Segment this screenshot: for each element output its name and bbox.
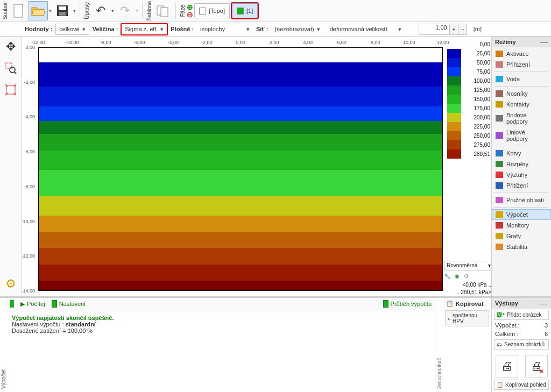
phase-topo-label: [Topo] [209, 8, 225, 14]
scale-input[interactable]: 1,00 [419, 24, 450, 35]
undo-dropdown[interactable]: ▾ [110, 8, 115, 13]
mode-item-bodové-podpory[interactable]: Bodové podpory [492, 110, 551, 127]
printer-icon: 🖨 [501, 359, 513, 373]
scale-down-button[interactable]: ♦ [450, 24, 458, 35]
velicina-dropdown[interactable]: Sigma z, eff.▾ [121, 24, 167, 35]
save-dropdown[interactable]: ▾ [72, 8, 77, 13]
bottom-tab[interactable]: Výpočet [0, 298, 6, 392]
mode-item-kotvy[interactable]: Kotvy [492, 148, 551, 159]
target-icon[interactable]: ◉ [455, 273, 460, 280]
mode-icon [496, 150, 503, 156]
mode-item-stabilita[interactable]: Stabilita [492, 241, 551, 252]
mode-icon [496, 211, 503, 218]
progress-mark-icon [383, 300, 388, 308]
zoom-window-button[interactable] [2, 59, 20, 77]
mode-label: Výpočet [506, 211, 528, 218]
mode-icon [496, 244, 503, 250]
mode-item-výztuhy[interactable]: Výztuhy [492, 169, 551, 180]
run-calc-label: Počítej [27, 301, 45, 307]
mode-item-kontakty[interactable]: Kontakty [492, 99, 551, 110]
print-button[interactable]: 🖨 [496, 355, 518, 377]
scale-options-button[interactable]: ⋯ [458, 24, 467, 35]
mode-icon [496, 76, 503, 82]
ruler-vertical: 0,00-2,00-4,00-6,00-8,00-10,00-12,00-14,… [23, 47, 36, 291]
svg-rect-2 [59, 6, 66, 10]
scale-mode-dropdown[interactable]: Rovnoměrná▾ [444, 261, 491, 270]
unit-label: [m] [474, 26, 482, 32]
mode-item-přiřazení[interactable]: Přiřazení [492, 59, 551, 70]
settings-button[interactable]: ⚙ [2, 275, 20, 293]
phase-add-button[interactable]: ⊕ [187, 4, 193, 10]
mode-item-voda[interactable]: Voda [492, 74, 551, 84]
file-new-icon [13, 4, 25, 18]
pan-button[interactable]: ✥ [2, 38, 20, 56]
geoclipboard-tab[interactable]: Geoschránka™ [435, 298, 443, 392]
wrench-icon[interactable]: 🔧 [444, 273, 450, 280]
mode-item-přitížení[interactable]: Přitížení [492, 180, 551, 191]
copy-hpv-button[interactable]: ▸spočtenou HPV [445, 310, 489, 326]
run-calc-button[interactable]: ▶Počítej [20, 301, 45, 308]
save-button[interactable] [53, 1, 72, 20]
undo-button[interactable]: ↶ [91, 1, 110, 20]
calc-settings-button[interactable]: Nastavení [52, 300, 86, 308]
outputs-celkem-label: Celkem : [495, 331, 518, 337]
list-icon: 🗂 [497, 341, 502, 347]
deformation-value: deformovaná velikostí [330, 26, 387, 32]
phase-topo-button[interactable]: [Topo] [194, 3, 230, 18]
open-file-button[interactable] [29, 1, 48, 20]
mode-item-monitory[interactable]: Monitory [492, 220, 551, 231]
mode-item-grafy[interactable]: Grafy [492, 231, 551, 241]
open-file-dropdown[interactable]: ▾ [48, 8, 53, 13]
hodnoty-dropdown[interactable]: celkové▾ [55, 24, 89, 35]
mode-item-aktivace[interactable]: Aktivace [492, 48, 551, 59]
mode-item-rozpěry[interactable]: Rozpěry [492, 159, 551, 169]
gear-small-icon[interactable]: ⚙ [464, 273, 469, 280]
phase-1-label: [1] [246, 8, 253, 14]
copy-panel: 📋Kopírovat ▸spočtenou HPV [443, 298, 492, 392]
add-image-button[interactable]: 🖼⁺Přidat obrázek [494, 310, 549, 320]
image-list-button[interactable]: 🗂Seznam obrázků [494, 339, 549, 350]
mode-item-nosníky[interactable]: Nosníky [492, 88, 551, 99]
range-min-label: <0,00 kPa .. [444, 281, 491, 289]
modes-panel: Režimy — AktivacePřiřazeníVodaNosníkyKon… [491, 37, 551, 296]
outputs-header: Výstupy— [492, 298, 551, 309]
mode-item-pružné-oblasti[interactable]: Pružné oblasti [492, 195, 551, 205]
mode-label: Stabilita [506, 244, 527, 250]
minimize-icon[interactable]: — [540, 39, 548, 45]
sit-dropdown[interactable]: (nezobrazovat)▾ [271, 24, 323, 34]
fit-view-button[interactable] [2, 81, 20, 99]
outputs-celkem-value: 6 [545, 331, 548, 337]
mode-item-výpočet[interactable]: Výpočet [492, 209, 551, 220]
plosne-value: izoplochy [200, 26, 225, 32]
phase-1-button[interactable]: [1] [232, 3, 258, 18]
outputs-panel: Výstupy— 🖼⁺Přidat obrázek Výpočet :3 Cel… [492, 298, 551, 392]
mode-item-liniové-podpory[interactable]: Liniové podpory [492, 127, 551, 144]
geoclipboard-label: Geoschránka™ [436, 353, 442, 392]
mode-label: Kotvy [506, 150, 521, 156]
redo-dropdown[interactable]: ▾ [135, 8, 139, 13]
calc-progress-button[interactable]: Průběh výpočtu [383, 300, 432, 308]
log-line-2: Nastavení výpočtu : standardní [12, 321, 429, 327]
calc-log: Výpočet napjatosti skončil úspěšně. Nast… [6, 310, 435, 392]
print-color-button[interactable]: 🖨✖ [525, 355, 548, 377]
outputs-vypocet-row: Výpočet :3 [492, 321, 551, 330]
modes-list: AktivacePřiřazeníVodaNosníkyKontaktyBodo… [492, 47, 551, 253]
plosne-dropdown[interactable]: izoplochy▾ [197, 24, 253, 34]
minimize-icon[interactable]: — [540, 301, 548, 306]
mode-icon [496, 233, 503, 239]
sit-value: (nezobrazovat) [274, 26, 314, 32]
folder-open-icon [31, 5, 45, 17]
plot-viewer[interactable]: -12,00-10,00-8,00-6,00-4,00-2,000,002,00… [22, 37, 491, 296]
chevron-down-icon: ▾ [317, 26, 320, 33]
template-button[interactable] [153, 1, 173, 20]
new-file-button[interactable] [9, 1, 29, 20]
phase-remove-button[interactable]: ⊖ [187, 11, 193, 18]
deformation-dropdown[interactable]: deformovaná velikostí▾ [327, 24, 405, 34]
svg-line-8 [14, 72, 16, 74]
plot-area [38, 47, 443, 291]
mode-label: Pružné oblasti [506, 197, 544, 203]
mode-label: Rozpěry [506, 161, 528, 167]
copy-view-button[interactable]: 📋Kopírovat pohled [494, 380, 549, 390]
redo-button[interactable]: ↷ [115, 1, 135, 20]
mode-icon [496, 182, 503, 189]
